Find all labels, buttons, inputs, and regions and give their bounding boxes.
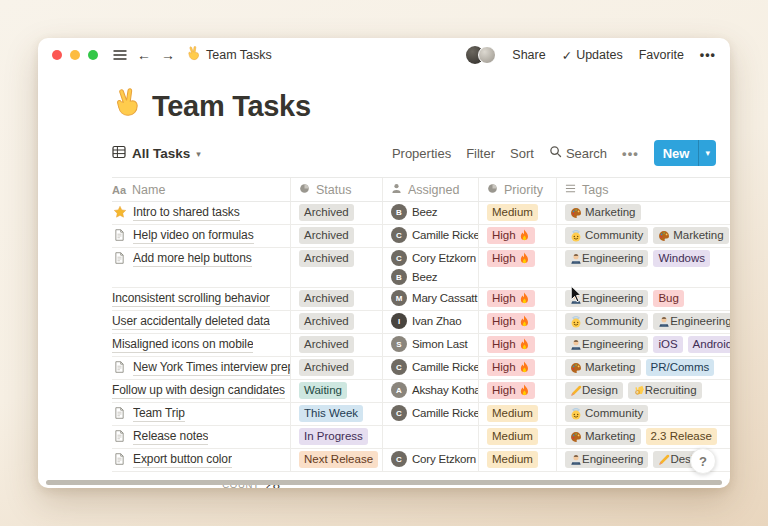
table-row[interactable]: Export button color Next Release C Cory … [112, 449, 730, 472]
tag[interactable]: Marketing [565, 428, 641, 445]
column-header[interactable]: Priority [478, 178, 556, 201]
priority-cell[interactable]: High [478, 248, 556, 287]
more-options-icon[interactable]: ••• [700, 48, 716, 62]
priority-cell[interactable]: Medium [478, 202, 556, 224]
assigned-cell[interactable]: C Camille Ricketts [382, 357, 478, 379]
tag[interactable]: Marketing [565, 204, 641, 221]
assigned-cell[interactable]: B Beez [382, 202, 478, 224]
tag[interactable]: iOS [653, 336, 682, 353]
status-cell[interactable]: Archived [290, 202, 382, 224]
priority-tag[interactable]: High [487, 382, 535, 399]
chevron-down-icon[interactable]: ▾ [698, 140, 716, 166]
status-tag[interactable]: Waiting [299, 382, 347, 399]
priority-tag[interactable]: Medium [487, 428, 538, 445]
assignee[interactable]: C Camille Ricketts [391, 227, 478, 243]
priority-cell[interactable]: High [478, 311, 556, 333]
task-name[interactable]: Follow up with design candidates [112, 382, 285, 399]
task-name[interactable]: Team Trip [133, 405, 185, 422]
status-cell[interactable]: Archived [290, 357, 382, 379]
status-cell[interactable]: Next Release [290, 449, 382, 471]
tag[interactable]: Community [565, 405, 648, 422]
status-tag[interactable]: Archived [299, 227, 354, 244]
status-cell[interactable]: In Progress [290, 426, 382, 448]
forward-icon[interactable]: → [158, 45, 178, 65]
priority-tag[interactable]: High [487, 290, 535, 307]
breadcrumb[interactable]: Team Tasks [186, 46, 272, 64]
back-icon[interactable]: ← [134, 45, 154, 65]
help-button[interactable]: ? [690, 448, 716, 474]
task-name[interactable]: Intro to shared tasks [133, 204, 240, 221]
assignee[interactable]: A Akshay Kothari [391, 382, 478, 398]
task-name[interactable]: Export button color [133, 451, 232, 468]
assignee[interactable]: I Ivan Zhao [391, 313, 461, 329]
updates-button[interactable]: ✓ Updates [562, 48, 623, 63]
tags-cell[interactable]: Community Marketing [556, 225, 730, 247]
priority-tag[interactable]: Medium [487, 451, 538, 468]
close-button[interactable] [52, 50, 62, 60]
status-tag[interactable]: Archived [299, 290, 354, 307]
share-button[interactable]: Share [512, 48, 545, 62]
status-tag[interactable]: Archived [299, 250, 354, 267]
priority-tag[interactable]: High [487, 359, 535, 376]
table-row[interactable]: Inconsistent scrolling behavior Archived… [112, 288, 730, 311]
assignee[interactable]: M Mary Cassatt [391, 290, 477, 306]
task-name[interactable]: Release notes [133, 428, 208, 445]
tags-cell[interactable]: Community [556, 403, 730, 425]
task-name[interactable]: Inconsistent scrolling behavior [112, 290, 270, 307]
favorite-button[interactable]: Favorite [639, 48, 684, 62]
column-header[interactable]: Assigned [382, 178, 478, 201]
minimize-button[interactable] [70, 50, 80, 60]
tag[interactable]: Community [565, 313, 648, 330]
table-row[interactable]: Add more help buttons Archived C Cory Et… [112, 248, 730, 288]
priority-cell[interactable]: High [478, 380, 556, 402]
tag[interactable]: Community [565, 227, 648, 244]
priority-cell[interactable]: Medium [478, 449, 556, 471]
tag[interactable]: Engineering [565, 336, 648, 353]
assigned-cell[interactable]: C Cory Etzkorn B Beez [382, 248, 478, 287]
status-cell[interactable]: Archived [290, 288, 382, 310]
sidebar-menu-icon[interactable] [110, 45, 130, 65]
assigned-cell[interactable]: C Cory Etzkorn [382, 449, 478, 471]
tag[interactable]: Recruiting [628, 382, 702, 399]
new-button[interactable]: New ▾ [654, 140, 716, 166]
page-title[interactable]: Team Tasks [112, 88, 730, 125]
column-header[interactable]: Aa Name [112, 178, 290, 201]
tag[interactable]: Bug [653, 290, 683, 307]
assigned-cell[interactable] [382, 426, 478, 448]
task-name[interactable]: Misaligned icons on mobile [112, 336, 253, 353]
tags-cell[interactable]: Design Recruiting [556, 380, 730, 402]
priority-tag[interactable]: High [487, 336, 535, 353]
tags-cell[interactable]: Marketing 2.3 Release [556, 426, 730, 448]
tag[interactable]: Marketing [653, 227, 729, 244]
assignee[interactable]: S Simon Last [391, 336, 468, 352]
column-header[interactable]: Tags [556, 178, 730, 201]
table-row[interactable]: User accidentally deleted data Archived … [112, 311, 730, 334]
view-switcher[interactable]: All Tasks ▾ [112, 145, 201, 162]
assignee[interactable]: C Cory Etzkorn [391, 451, 476, 467]
status-cell[interactable]: Archived [290, 334, 382, 356]
search-button[interactable]: Search [549, 145, 607, 161]
assignee[interactable]: C Camille Ricketts [391, 359, 478, 375]
tags-cell[interactable]: Marketing [556, 202, 730, 224]
tag[interactable]: Engineering [565, 451, 648, 468]
assignee[interactable]: B Beez [391, 269, 437, 285]
properties-button[interactable]: Properties [392, 146, 451, 161]
column-header[interactable]: Status [290, 178, 382, 201]
status-tag[interactable]: This Week [299, 405, 363, 422]
tag[interactable]: Engineering [565, 250, 648, 267]
table-row[interactable]: Release notes In Progress Medium Marketi… [112, 426, 730, 449]
assigned-cell[interactable]: I Ivan Zhao [382, 311, 478, 333]
horizontal-scrollbar[interactable] [46, 480, 722, 485]
task-name[interactable]: New York Times interview prep [133, 359, 290, 376]
tag[interactable]: PR/Comms [646, 359, 715, 376]
assigned-cell[interactable]: C Camille Ricketts [382, 403, 478, 425]
status-cell[interactable]: Waiting [290, 380, 382, 402]
assignee[interactable]: C Camille Ricketts [391, 405, 478, 421]
status-cell[interactable]: Archived [290, 311, 382, 333]
assignee[interactable]: C Cory Etzkorn [391, 250, 476, 266]
tags-cell[interactable]: Engineering Windows [556, 248, 730, 287]
status-tag[interactable]: In Progress [299, 428, 368, 445]
filter-button[interactable]: Filter [466, 146, 495, 161]
task-name[interactable]: Add more help buttons [133, 250, 252, 267]
priority-cell[interactable]: High [478, 357, 556, 379]
